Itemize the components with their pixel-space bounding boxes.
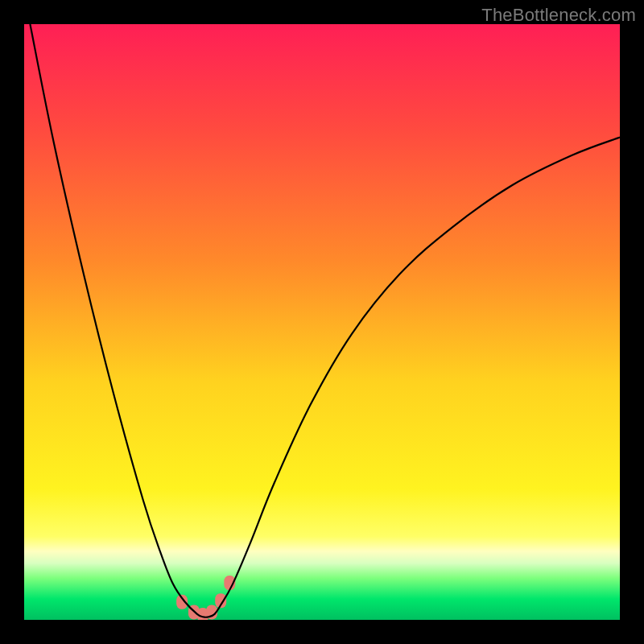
chart-frame bbox=[24, 24, 620, 620]
watermark-text: TheBottleneck.com bbox=[481, 5, 636, 26]
gradient-background bbox=[24, 24, 620, 620]
bottleneck-chart bbox=[24, 24, 620, 620]
